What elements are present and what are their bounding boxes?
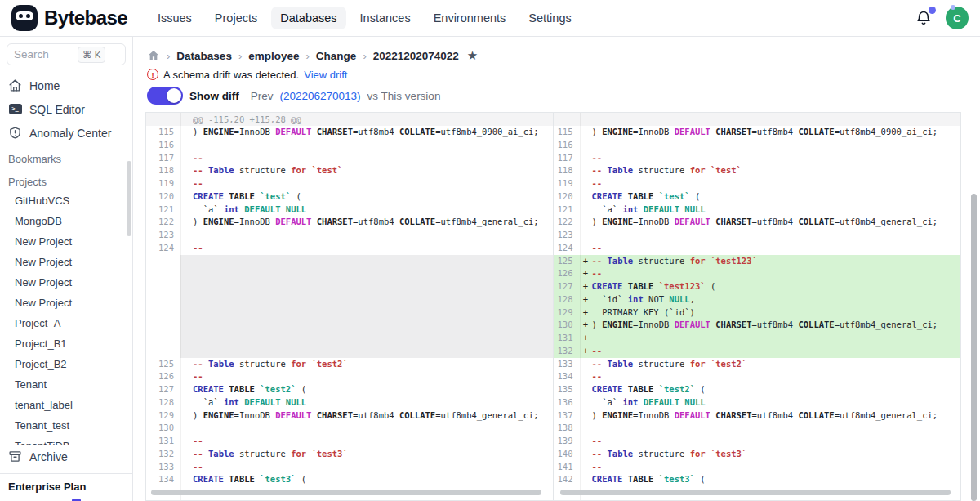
prev-label: Prev <box>251 90 274 102</box>
line-number: 120 <box>146 190 180 204</box>
line-number: 139 <box>554 435 580 448</box>
diff-code-row: 132-- Table structure for `test3` <box>146 448 553 461</box>
line-number: 127 <box>554 280 580 293</box>
diff-code-row: 134CREATE TABLE `test3` ( <box>146 473 553 486</box>
line-number: 116 <box>554 139 580 152</box>
search-box[interactable]: ⌘ K <box>7 43 126 65</box>
project-item-project-b1[interactable]: Project_B1 <box>0 333 132 354</box>
toggle-knob <box>167 88 181 103</box>
right-horizontal-scrollbar[interactable] <box>560 490 951 495</box>
project-item-new-project[interactable]: New Project <box>0 272 132 293</box>
avatar-letter: C <box>953 12 960 25</box>
bytebase-app: { "nav": { "brand": "Bytebase", "items":… <box>0 0 980 501</box>
prev-version-link[interactable]: (202206270013) <box>280 90 361 102</box>
nav-item-projects[interactable]: Projects <box>206 7 266 29</box>
line-number: 141 <box>554 461 580 474</box>
line-number: 140 <box>554 448 580 461</box>
breadcrumb-item-change[interactable]: Change <box>316 50 357 62</box>
project-item-mongodb[interactable]: MongoDB <box>0 211 132 231</box>
user-avatar[interactable]: C <box>946 7 969 29</box>
sidebar-item-sql-editor[interactable]: >_SQL Editor <box>0 97 132 121</box>
home-icon[interactable] <box>147 49 160 62</box>
breadcrumb-separator: › <box>238 50 242 62</box>
project-item-tenant-test[interactable]: Tenant_test <box>0 415 132 436</box>
diff-code-row: 123 <box>554 229 961 242</box>
line-number: 131 <box>146 435 180 448</box>
diff-code-row: 138 <box>554 422 961 435</box>
sidebar-item-label: Anomaly Center <box>29 127 111 140</box>
project-item-new-project[interactable]: New Project <box>0 293 132 313</box>
diff-code-row: 130+) ENGINE=InnoDB DEFAULT CHARSET=utf8… <box>554 319 961 332</box>
diff-left-pane: @@ -115,20 +115,28 @@115) ENGINE=InnoDB … <box>146 113 554 500</box>
page-scrollbar-thumb[interactable] <box>971 194 977 501</box>
diff-code-row: 133-- Table structure for `test2` <box>554 358 961 371</box>
project-item-githubvcs[interactable]: GitHubVCS <box>0 190 132 211</box>
breadcrumb-item-databases[interactable]: Databases <box>176 50 232 62</box>
search-input[interactable] <box>14 48 78 60</box>
line-number: 117 <box>146 152 180 165</box>
sidebar-item-anomaly-center[interactable]: Anomaly Center <box>0 121 132 145</box>
line-number: 121 <box>146 204 180 217</box>
bytebase-logo[interactable]: Bytebase <box>11 5 127 31</box>
project-item-project-a[interactable]: Project_A <box>0 313 132 333</box>
top-navbar: Bytebase IssuesProjectsDatabasesInstance… <box>0 0 980 37</box>
show-diff-toggle[interactable] <box>147 87 183 105</box>
diff-code-row: 140-- Table structure for `test3` <box>554 448 961 461</box>
archive-label: Archive <box>29 450 68 463</box>
diff-code-row: 134-- <box>554 370 961 383</box>
bookmark-star-icon[interactable]: ★ <box>467 48 478 63</box>
project-item-new-project[interactable]: New Project <box>0 231 132 252</box>
diff-code-row: 131-- <box>146 435 553 448</box>
breadcrumb-separator: › <box>306 50 310 62</box>
diff-spacer-block <box>146 255 553 358</box>
view-drift-link[interactable]: View drift <box>304 69 347 81</box>
diff-code-row: 135CREATE TABLE `test2` ( <box>554 383 961 396</box>
diff-code-row: 120CREATE TABLE `test` ( <box>554 190 961 204</box>
schema-drift-banner: ! A schema drift was detected. View drif… <box>147 68 347 81</box>
notification-bell-button[interactable] <box>915 9 933 27</box>
diff-code-row: 137) ENGINE=InnoDB DEFAULT CHARSET=utf8m… <box>554 409 961 423</box>
line-number: 119 <box>554 177 580 190</box>
diff-code-row: 116 <box>146 139 553 152</box>
nav-item-settings[interactable]: Settings <box>519 7 580 29</box>
line-number: 122 <box>554 216 580 229</box>
diff-code-row: 123 <box>146 229 553 242</box>
line-number: 130 <box>554 319 580 332</box>
breadcrumb-item-20221202074022[interactable]: 20221202074022 <box>373 50 459 62</box>
sidebar-bottom: Archive Enterprise Plan <box>0 445 132 501</box>
line-number: 126 <box>554 267 580 280</box>
nav-item-issues[interactable]: Issues <box>149 7 201 29</box>
notification-badge <box>929 7 936 14</box>
project-item-new-project[interactable]: New Project <box>0 252 132 272</box>
schema-diff-editor: @@ -115,20 +115,28 @@115) ENGINE=InnoDB … <box>145 112 961 501</box>
nav-item-databases[interactable]: Databases <box>271 7 345 29</box>
project-item-tenant-label[interactable]: tenant_label <box>0 395 132 415</box>
sidebar-scrollbar-thumb[interactable] <box>127 161 131 236</box>
line-number: 133 <box>146 461 180 474</box>
diff-code-row: 127+CREATE TABLE `test123` ( <box>554 280 961 293</box>
sidebar: ⌘ K Home>_SQL EditorAnomaly Center Bookm… <box>0 37 133 501</box>
diff-code-row: 128 `a` int DEFAULT NULL <box>146 396 553 409</box>
main-content: ›Databases›employee›Change›2022120207402… <box>134 37 980 501</box>
diff-code-row: 121 `a` int DEFAULT NULL <box>146 204 553 217</box>
home-icon <box>8 78 22 92</box>
line-number: 134 <box>554 370 580 383</box>
left-horizontal-scrollbar[interactable] <box>151 490 541 495</box>
project-item-project-b2[interactable]: Project_B2 <box>0 354 132 374</box>
line-number: 123 <box>146 229 180 242</box>
breadcrumb: ›Databases›employee›Change›2022120207402… <box>147 47 478 64</box>
diff-code-row: 133-- <box>146 461 553 474</box>
nav-item-environments[interactable]: Environments <box>425 7 515 29</box>
sidebar-item-home[interactable]: Home <box>0 74 132 97</box>
line-number: 119 <box>146 177 180 190</box>
sidebar-section-bookmarks: Bookmarks <box>0 145 132 168</box>
nav-item-instances[interactable]: Instances <box>351 7 420 29</box>
line-number: 118 <box>554 164 580 177</box>
line-number: 122 <box>146 216 180 229</box>
line-number: 116 <box>146 139 180 152</box>
project-item-tenant[interactable]: Tenant <box>0 374 132 395</box>
breadcrumb-item-employee[interactable]: employee <box>248 50 299 62</box>
diff-right-pane: 115) ENGINE=InnoDB DEFAULT CHARSET=utf8m… <box>554 113 961 500</box>
sidebar-item-archive[interactable]: Archive <box>0 445 132 468</box>
line-number: 128 <box>554 293 580 306</box>
